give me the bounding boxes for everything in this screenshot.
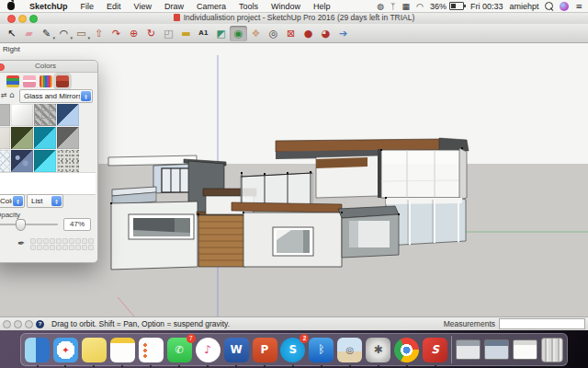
color-well[interactable] [69, 245, 74, 250]
collection-dropdown[interactable]: Glass and Mirrors ▲▼ [19, 89, 93, 103]
menu-camera[interactable]: Camera [190, 2, 232, 11]
material-swatch-diag-cyan[interactable] [34, 150, 56, 172]
menu-window[interactable]: Window [265, 2, 307, 11]
rotate-tool[interactable]: ↻ [142, 26, 160, 41]
dock-powerpoint[interactable]: P [253, 338, 277, 362]
geolocation-icon[interactable] [3, 320, 11, 328]
eraser-tool[interactable]: ▰ [20, 26, 38, 41]
claim-credit-icon[interactable] [14, 320, 22, 328]
material-swatch-lattice[interactable] [0, 150, 10, 172]
material-swatch-diag-teal[interactable] [34, 127, 56, 149]
menu-sketchup[interactable]: SketchUp [23, 2, 74, 11]
dock-window-min-1[interactable] [456, 339, 481, 360]
menu-view[interactable]: View [128, 2, 158, 11]
line-tool[interactable]: ✎▾ [38, 26, 55, 41]
position-camera-tool[interactable]: ● [300, 26, 317, 41]
dock-sketchup[interactable]: S [423, 338, 447, 362]
material-swatch-diag-gray[interactable] [57, 127, 79, 149]
material-swatch-tex-navy[interactable] [11, 150, 33, 172]
zoom-tool[interactable]: ◎ [265, 26, 282, 41]
dock-system-preferences[interactable]: ✱ [366, 338, 390, 362]
material-swatch-white-grad[interactable] [11, 104, 33, 126]
color-well[interactable] [62, 245, 68, 250]
color-well[interactable] [37, 245, 42, 250]
menu-edit[interactable]: Edit [100, 2, 128, 11]
menu-clock[interactable]: Fri 00:33 [470, 2, 503, 11]
menu-user[interactable]: amiehpt [509, 2, 538, 11]
material-swatch-speckle[interactable] [57, 150, 79, 172]
opacity-slider-track[interactable] [0, 224, 58, 225]
colors-panel-title-bar[interactable]: Colors [0, 61, 97, 73]
view-mode-dropdown[interactable]: List ▲▼ [27, 194, 63, 208]
color-well[interactable] [88, 245, 94, 250]
tape-measure-tool[interactable]: ▬ [177, 26, 195, 41]
color-well[interactable] [50, 238, 55, 244]
eyedropper-icon[interactable]: ✒ [17, 238, 25, 248]
siri-icon[interactable] [560, 2, 569, 11]
color-sliders-tab[interactable] [23, 75, 36, 87]
text-tool[interactable]: A1 [195, 26, 212, 41]
material-swatch-tile-tex[interactable] [34, 104, 56, 126]
dock-window-min-2[interactable] [484, 339, 509, 360]
look-around-tool[interactable]: ◕ [317, 26, 334, 41]
menu-draw[interactable]: Draw [158, 2, 190, 11]
help-icon[interactable]: ? [36, 320, 44, 328]
select-tool[interactable]: ↖ [3, 26, 20, 41]
measurements-input[interactable] [499, 318, 585, 329]
color-well[interactable] [62, 238, 68, 244]
screen-recording-icon[interactable]: ◍ [377, 2, 384, 11]
dock-photos[interactable]: ◎ [337, 338, 362, 362]
colors-panel[interactable]: Colors ⇄ ⌂ Glass and Mirrors ▲▼ Color ▲▼… [0, 60, 98, 263]
menu-help[interactable]: Help [307, 2, 337, 11]
spotlight-icon[interactable] [545, 2, 553, 10]
opacity-slider-thumb[interactable] [16, 219, 26, 231]
dock-reminders[interactable] [139, 338, 164, 362]
move-tool[interactable]: ⊕ [125, 26, 142, 41]
follow-me-tool[interactable]: ↷ [107, 26, 125, 41]
airport-icon[interactable]: ᛉ [390, 2, 395, 11]
dock-bluetooth[interactable]: ᛒ [309, 338, 334, 362]
dock-safari[interactable]: ✦ [53, 338, 78, 362]
menu-tools[interactable]: Tools [232, 2, 265, 11]
color-well[interactable] [56, 238, 62, 244]
zoom-extents-tool[interactable]: ⊠ [282, 26, 300, 41]
material-swatch-diag-olive[interactable] [11, 127, 33, 149]
color-well[interactable] [88, 238, 94, 244]
pan-tool[interactable]: ❖ [247, 26, 265, 41]
color-well[interactable] [30, 238, 36, 244]
scale-tool[interactable]: ◰ [160, 26, 177, 41]
color-well[interactable] [50, 245, 55, 250]
rectangle-tool[interactable]: ▭▾ [73, 26, 90, 41]
dock-facetime[interactable]: ✆7 [167, 338, 192, 362]
color-wheel-tab[interactable] [6, 75, 19, 87]
dock-itunes[interactable]: ♪ [196, 338, 220, 362]
color-well[interactable] [43, 245, 49, 250]
dock-window-min-3[interactable] [513, 339, 537, 360]
dock-word[interactable]: W [224, 338, 249, 362]
color-well[interactable] [82, 245, 87, 250]
color-pencils-tab[interactable] [40, 75, 52, 87]
color-well[interactable] [56, 245, 62, 250]
dock-notes[interactable] [110, 338, 135, 362]
swatch-list-area[interactable] [0, 172, 96, 195]
home-icon[interactable]: ⌂ [9, 90, 15, 99]
dock-finder[interactable] [25, 338, 50, 362]
window-title-bar[interactable]: Individualistion project - SketchUp Pro … [0, 12, 588, 25]
material-swatch-diag-navy[interactable] [57, 104, 79, 126]
color-well[interactable] [82, 238, 87, 244]
color-well[interactable] [37, 238, 42, 244]
palette-dropdown[interactable]: Color ▲▼ [0, 194, 25, 208]
material-swatch-tex-light[interactable] [0, 127, 10, 149]
orbit-tool[interactable]: ◉ [230, 26, 247, 41]
walk-tool[interactable]: ➔ [334, 26, 352, 41]
color-well[interactable] [30, 245, 36, 250]
display-icon[interactable]: ▦ [402, 2, 411, 11]
dock-trash[interactable] [541, 338, 563, 362]
material-swatch-solid-gray[interactable] [0, 104, 10, 126]
paint-bucket-tool[interactable]: ◩ [212, 26, 230, 41]
dock-chrome[interactable] [394, 338, 419, 362]
texture-palettes-tab[interactable] [56, 75, 69, 87]
wifi-icon[interactable]: ◠ [416, 2, 424, 11]
dock-stickies[interactable] [82, 338, 107, 362]
color-well[interactable] [43, 238, 49, 244]
